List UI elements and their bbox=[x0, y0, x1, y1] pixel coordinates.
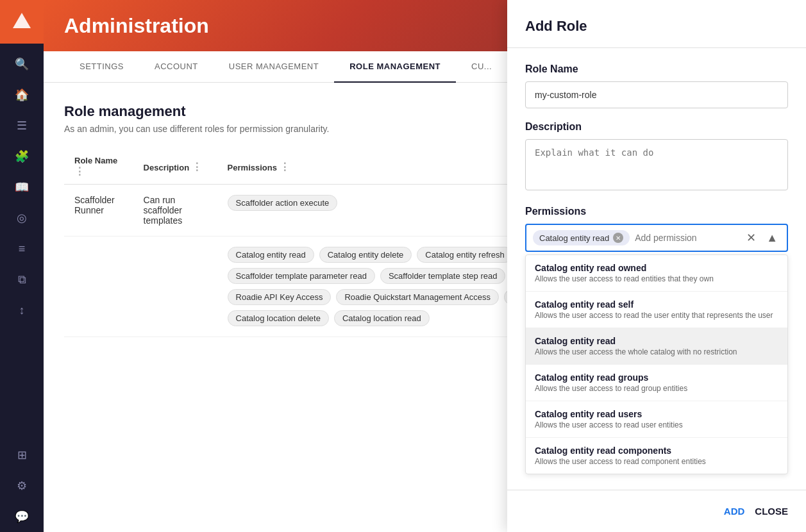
panel-header: Add Role bbox=[507, 0, 806, 48]
sidebar-book-icon[interactable]: 📖 bbox=[0, 172, 44, 203]
panel-footer: ADD CLOSE bbox=[507, 490, 806, 532]
badge-5: Scaffolder template step read bbox=[380, 268, 506, 284]
description-label: Description bbox=[525, 121, 788, 133]
dropdown-item-desc-2: Allows the user access the whole catalog… bbox=[535, 347, 778, 356]
tab-settings[interactable]: SETTINGS bbox=[64, 51, 139, 83]
tab-role-management[interactable]: ROLE MANAGEMENT bbox=[334, 51, 456, 83]
dropdown-item-2[interactable]: Catalog entity read Allows the user acce… bbox=[526, 328, 787, 365]
col-description: Description ⋮ bbox=[133, 149, 217, 185]
add-permission-input[interactable] bbox=[635, 233, 739, 243]
dropdown-item-title-4: Catalog entity read users bbox=[535, 409, 778, 419]
svg-marker-0 bbox=[13, 13, 31, 28]
sidebar-home-icon[interactable]: 🏠 bbox=[0, 79, 44, 110]
tab-custom[interactable]: CU... bbox=[456, 51, 507, 83]
col-permissions-menu[interactable]: ⋮ bbox=[280, 162, 290, 172]
sidebar-puzzle-icon[interactable]: 🧩 bbox=[0, 141, 44, 172]
badge-1: Catalog entity delete bbox=[319, 247, 412, 263]
dropdown-item-desc-3: Allows the user access to read group ent… bbox=[535, 384, 778, 393]
add-role-panel: Add Role Role Name Description Permissio… bbox=[507, 0, 806, 532]
description-input[interactable] bbox=[525, 139, 788, 190]
cell-empty-desc bbox=[133, 237, 217, 337]
tab-user-management[interactable]: USER MANAGEMENT bbox=[214, 51, 334, 83]
logo[interactable] bbox=[0, 0, 44, 44]
badge-4: Scaffolder template parameter read bbox=[228, 268, 375, 284]
permissions-input-container[interactable]: Catalog entity read ✕ ✕ ▲ bbox=[525, 224, 788, 252]
cell-role-name: Scaffolder Runner bbox=[64, 185, 133, 237]
dropdown-item-desc-1: Allows the user access to read the user … bbox=[535, 311, 778, 320]
sidebar-list-icon[interactable]: ☰ bbox=[0, 110, 44, 141]
dropdown-item-desc-0: Allows the user access to read entities … bbox=[535, 274, 778, 283]
permission-tag: Catalog entity read ✕ bbox=[533, 230, 630, 245]
dropdown-item-title-5: Catalog entity read components bbox=[535, 445, 778, 456]
permissions-label: Permissions bbox=[525, 206, 788, 217]
permissions-dropdown: Catalog entity read owned Allows the use… bbox=[525, 254, 788, 474]
sidebar-gear-icon[interactable]: ⚙ bbox=[0, 470, 44, 501]
permission-tag-close[interactable]: ✕ bbox=[613, 233, 623, 243]
dropdown-item-title-1: Catalog entity read self bbox=[535, 299, 778, 310]
sidebar-chat-icon[interactable]: 💬 bbox=[0, 501, 44, 532]
col-description-menu[interactable]: ⋮ bbox=[192, 162, 202, 172]
badge-scaffolder-action: Scaffolder action execute bbox=[228, 195, 338, 211]
sidebar-comment-list-icon[interactable]: ≡ bbox=[0, 233, 44, 264]
dropdown-item-3[interactable]: Catalog entity read groups Allows the us… bbox=[526, 365, 787, 401]
badge-2: Catalog entity refresh bbox=[417, 247, 513, 263]
dropdown-item-title-3: Catalog entity read groups bbox=[535, 372, 778, 383]
badge-8: Roadie API Key Access bbox=[228, 289, 332, 305]
role-name-label: Role Name bbox=[525, 63, 788, 75]
add-button[interactable]: ADD bbox=[724, 501, 745, 522]
dropdown-item-title-0: Catalog entity read owned bbox=[535, 263, 778, 273]
dropdown-item-4[interactable]: Catalog entity read users Allows the use… bbox=[526, 401, 787, 438]
cell-description: Can run scaffolder templates bbox=[133, 185, 217, 237]
dropdown-item-desc-5: Allows the user access to read component… bbox=[535, 457, 778, 466]
dropdown-item-title-2: Catalog entity read bbox=[535, 336, 778, 346]
header-title: Administration bbox=[64, 14, 209, 38]
sidebar-sort-icon[interactable]: ↕ bbox=[0, 295, 44, 326]
badge-13: Catalog location read bbox=[334, 310, 430, 326]
toggle-dropdown-button[interactable]: ▲ bbox=[764, 231, 780, 245]
sidebar-grid-icon[interactable]: ⊞ bbox=[0, 440, 44, 470]
sidebar-compass-icon[interactable]: ◎ bbox=[0, 203, 44, 233]
col-role-name: Role Name ⋮ bbox=[64, 149, 133, 185]
badge-12: Catalog location delete bbox=[228, 310, 329, 326]
tab-account[interactable]: ACCOUNT bbox=[139, 51, 214, 83]
dropdown-item-1[interactable]: Catalog entity read self Allows the user… bbox=[526, 292, 787, 328]
dropdown-item-0[interactable]: Catalog entity read owned Allows the use… bbox=[526, 255, 787, 292]
role-name-input[interactable] bbox=[525, 81, 788, 108]
sidebar-copy-icon[interactable]: ⧉ bbox=[0, 264, 44, 295]
col-role-name-menu[interactable]: ⋮ bbox=[74, 166, 85, 177]
dropdown-item-desc-4: Allows the user access to read user enti… bbox=[535, 420, 778, 429]
close-button[interactable]: CLOSE bbox=[755, 501, 788, 522]
panel-title: Add Role bbox=[525, 18, 788, 35]
sidebar: 🔍 🏠 ☰ 🧩 📖 ◎ ≡ ⧉ ↕ ⊞ ⚙ 💬 bbox=[0, 0, 44, 532]
badge-9: Roadie Quickstart Management Access bbox=[336, 289, 499, 305]
badge-0: Catalog entity read bbox=[228, 247, 314, 263]
panel-body: Role Name Description Permissions Catalo… bbox=[507, 48, 806, 490]
cell-empty-name bbox=[64, 237, 133, 337]
permission-tag-label: Catalog entity read bbox=[539, 233, 609, 243]
permissions-actions: ✕ ▲ bbox=[744, 231, 780, 245]
dropdown-item-5[interactable]: Catalog entity read components Allows th… bbox=[526, 438, 787, 474]
sidebar-search-icon[interactable]: 🔍 bbox=[0, 49, 44, 79]
clear-permissions-button[interactable]: ✕ bbox=[744, 231, 759, 245]
